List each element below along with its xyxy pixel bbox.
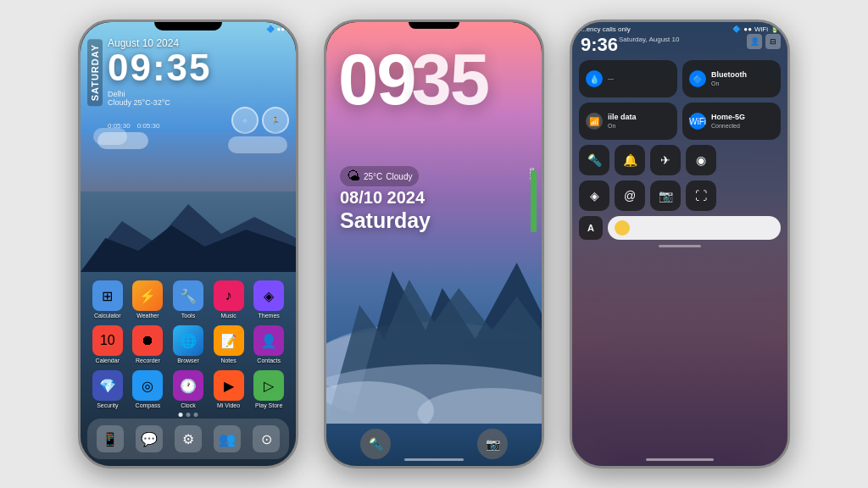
phone-3-background: ...ency calls only 🔷 ●● WiFi 🔋 9:36 Satu… [572, 22, 787, 466]
contacts-label: Contacts [257, 358, 281, 363]
dock-settings[interactable]: ⚙ [175, 425, 202, 452]
phone3-time-display: 9:36 [581, 34, 618, 56]
music-icon: ♪ [214, 280, 244, 311]
themes-icon: ◈ [253, 280, 284, 311]
bluetooth-title: Bluetooth [711, 70, 747, 80]
playstore-label: Play Store [255, 402, 282, 408]
phone1-location: Delhi [108, 90, 170, 98]
compass-icon: ◎ [132, 370, 163, 401]
app-calendar[interactable]: 10 Calendar [89, 325, 126, 363]
ctrl-bluetooth-tile[interactable]: 🔷 Bluetooth On [682, 60, 781, 97]
phone3-status-bar: ...ency calls only 🔷 ●● WiFi 🔋 [581, 25, 779, 33]
app-browser[interactable]: 🌐 Browser [170, 325, 207, 363]
music-label: Music [220, 313, 236, 319]
phone1-dock: 📱 💬 ⚙ 👥 ⊙ [87, 419, 289, 459]
phone-1-screen: 🔷 ●●● saturday August 10 2024 09:35 Delh… [81, 22, 296, 466]
phone2-torch-icon[interactable]: 🔦 [360, 429, 391, 459]
calculator-label: Calculator [94, 313, 121, 319]
mobile-data-status: On [608, 122, 637, 130]
phone3-icon1[interactable]: 👤 [747, 34, 762, 49]
browser-icon: 🌐 [173, 325, 203, 356]
app-weather[interactable]: ⚡ Weather [129, 280, 166, 319]
phone2-hour: 09 [338, 47, 415, 113]
mivideo-label: Mi Video [217, 402, 240, 408]
clock-label: Clock [181, 402, 196, 408]
wifi-status-icon: WiFi [754, 25, 768, 33]
app-tools[interactable]: 🔧 Tools [170, 280, 207, 319]
phone2-minute: 35 [412, 47, 489, 113]
phone2-weather-pill: 🌤 25°C Cloudy [340, 166, 419, 186]
calendar-label: Calendar [96, 358, 120, 363]
phone1-app-grid: ⊞ Calculator ⚡ Weather 🔧 Tools ♪ Music [81, 280, 296, 415]
ctrl-wifi-tile[interactable]: WiFi Home-5G Connected [682, 103, 781, 140]
app-security[interactable]: 💎 Security [89, 370, 126, 408]
app-playstore[interactable]: ▷ Play Store [250, 370, 287, 408]
ctrl-location-btn[interactable]: ◈ [579, 180, 609, 211]
phone-1: 🔷 ●●● saturday August 10 2024 09:35 Delh… [78, 19, 298, 469]
phone2-weather-icon: 🌤 [347, 169, 360, 184]
phone-3: ...ency calls only 🔷 ●● WiFi 🔋 9:36 Satu… [570, 19, 790, 469]
app-clock[interactable]: 🕐 Clock [170, 370, 207, 408]
phone-2-notch [409, 22, 459, 29]
wifi-text: Home-5G Connected [711, 113, 745, 130]
phone-1-notch [154, 22, 222, 30]
bluetooth-tile-text: Bluetooth On [711, 70, 747, 88]
notes-label: Notes [220, 358, 236, 363]
weather-icon: ⚡ [132, 280, 163, 311]
phone2-weather-text: Cloudy [386, 172, 412, 181]
tools-label: Tools [181, 313, 195, 319]
brightness-slider[interactable] [608, 216, 781, 240]
phone3-quick-icons: 👤 ⊟ [747, 34, 781, 49]
dock-phone[interactable]: 📱 [97, 425, 124, 452]
app-row-3: 💎 Security ◎ Compass 🕐 Clock ▶ Mi Video [87, 370, 289, 408]
ctrl-torch-btn[interactable]: 🔦 [579, 145, 609, 175]
themes-label: Themes [259, 313, 280, 319]
app-themes[interactable]: ◈ Themes [250, 280, 287, 319]
ctrl-privacy-btn[interactable]: ◉ [686, 145, 716, 175]
phone3-home-indicator [646, 458, 714, 461]
ctrl-row-3: 🔦 🔔 ✈ ◉ [579, 145, 781, 175]
phone3-controls-grid: 💧 — 🔷 Bluetooth On [579, 60, 781, 247]
bottom-divider [659, 245, 701, 247]
compass-label: Compass [136, 402, 161, 408]
app-compass[interactable]: ◎ Compass [129, 370, 166, 408]
phone3-carrier: ...ency calls only [581, 25, 631, 33]
app-notes[interactable]: 📝 Notes [210, 325, 248, 363]
ctrl-airplane-btn[interactable]: ✈ [650, 145, 681, 175]
water-tile-text: — [608, 75, 614, 82]
phone-2-background: 09 35 🌤 25°C Cloudy 08/10 2024 Saturday [326, 22, 542, 466]
ctrl-contact-btn[interactable]: @ [615, 180, 645, 211]
ctrl-mobile-data-tile[interactable]: 📶 iile data On [579, 103, 677, 140]
clock-icon: 🕐 [173, 370, 203, 401]
wifi-status: Connected [711, 122, 745, 130]
ctrl-camera-btn[interactable]: 📷 [650, 180, 681, 211]
ctrl-expand-btn[interactable]: ⛶ [686, 180, 716, 211]
phone-2: 09 35 🌤 25°C Cloudy 08/10 2024 Saturday [324, 19, 544, 469]
dock-appstore[interactable]: ⊙ [253, 425, 280, 452]
phone3-status-icons: 🔷 ●● WiFi 🔋 [732, 25, 779, 33]
app-contacts[interactable]: 👤 Contacts [250, 325, 287, 363]
app-row-2: 10 Calendar ⏺ Recorder 🌐 Browser 📝 Notes [87, 325, 289, 363]
phone2-camera-icon[interactable]: 📷 [477, 429, 508, 459]
dock-contacts[interactable]: 👥 [214, 425, 241, 452]
phone-3-screen: ...ency calls only 🔷 ●● WiFi 🔋 9:36 Satu… [572, 22, 787, 466]
app-recorder[interactable]: ⏺ Recorder [129, 325, 166, 363]
app-calculator[interactable]: ⊞ Calculator [89, 280, 126, 319]
security-label: Security [97, 402, 118, 408]
saturday-label: saturday [87, 39, 103, 106]
dock-messages[interactable]: 💬 [136, 425, 163, 452]
bluetooth-status: On [711, 80, 747, 87]
app-mivideo[interactable]: ▶ Mi Video [210, 370, 248, 408]
ctrl-water-tile[interactable]: 💧 — [579, 60, 677, 97]
recorder-label: Recorder [136, 358, 160, 363]
ctrl-row-1: 💧 — 🔷 Bluetooth On [579, 60, 781, 97]
phone3-date-display: Saturday, August 10 [619, 36, 679, 43]
brightness-label-btn: A [579, 216, 603, 240]
app-music[interactable]: ♪ Music [210, 280, 248, 319]
phone3-icon2[interactable]: ⊟ [765, 34, 781, 49]
water-drop-icon: 💧 [586, 70, 603, 87]
ctrl-bell-btn[interactable]: 🔔 [615, 145, 645, 175]
phone-1-background: 🔷 ●●● saturday August 10 2024 09:35 Delh… [81, 22, 296, 466]
phone2-battery-indicator: 98% [529, 168, 535, 232]
app-row-1: ⊞ Calculator ⚡ Weather 🔧 Tools ♪ Music [87, 280, 289, 319]
